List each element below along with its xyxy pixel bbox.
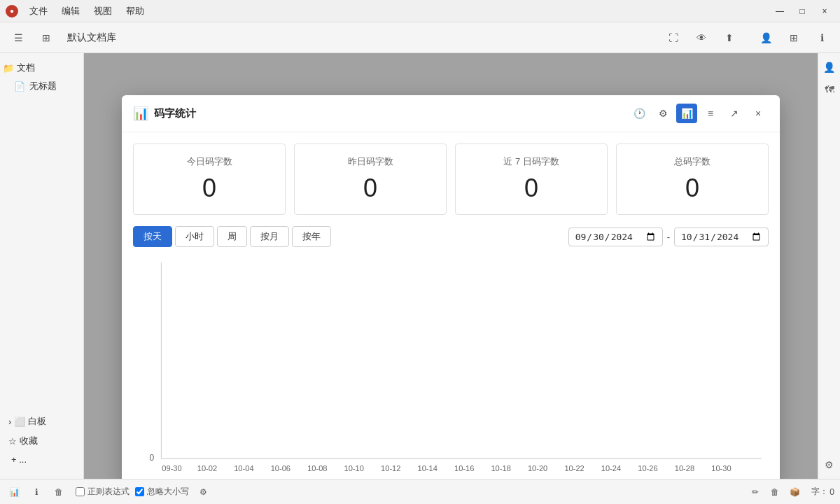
sidebar-item-documents[interactable]: 📁 文档 (0, 59, 83, 77)
svg-text:10-10: 10-10 (344, 464, 364, 472)
library-label: 默认文档库 (62, 31, 122, 44)
stat-value-today: 0 (145, 174, 274, 203)
menu-view[interactable]: 视图 (91, 4, 115, 19)
sidebar: 📁 文档 📄 无标题 › ⬜ 白板 ☆ 收藏 + ... (0, 53, 84, 479)
right-panel: 👤 🗺 ⚙ (818, 53, 840, 479)
account-button[interactable]: 👤 (753, 27, 778, 49)
word-count-value: 0 (830, 487, 834, 497)
date-end-input[interactable] (674, 227, 769, 246)
title-bar-left: ● 文件 编辑 视图 帮助 (6, 4, 147, 19)
dialog-table-button[interactable]: ≡ (700, 104, 721, 123)
bottom-archive-button[interactable]: 📦 (786, 484, 803, 500)
bottom-edit-button[interactable]: ✏ (747, 484, 764, 500)
filter-month-button[interactable]: 按月 (250, 226, 289, 247)
stats-icon: 📊 (133, 106, 148, 121)
dialog-body: 今日码字数 0 昨日码字数 0 近 7 日码字数 0 (122, 132, 780, 479)
dialog-share-button[interactable]: ↗ (724, 104, 745, 123)
svg-text:10-22: 10-22 (564, 464, 584, 472)
stat-value-7days: 0 (467, 174, 596, 203)
menu-help[interactable]: 帮助 (123, 4, 147, 19)
svg-text:10-08: 10-08 (307, 464, 327, 472)
ignore-case-label[interactable]: 忽略大小写 (147, 486, 189, 498)
app-window: ● 文件 编辑 视图 帮助 — □ × ☰ ⊞ 默认文档库 ⛶ 👁 ⬆ 👤 ⊞ … (0, 0, 840, 504)
right-panel-settings-button[interactable]: ⚙ (821, 456, 838, 473)
svg-text:10-12: 10-12 (381, 464, 400, 472)
bottom-settings-button[interactable]: ⚙ (195, 484, 211, 500)
grid-view-button[interactable]: ⊞ (34, 27, 59, 49)
delete-icon-button[interactable]: 🗑 (50, 484, 67, 500)
regex-checkbox[interactable] (76, 487, 85, 496)
close-button[interactable]: × (815, 4, 834, 19)
sidebar-toggle-button[interactable]: ☰ (6, 27, 31, 49)
app-icon: ● (6, 5, 18, 18)
upload-button[interactable]: ⬆ (717, 27, 742, 49)
stat-card-yesterday: 昨日码字数 0 (294, 144, 447, 215)
dialog-title: 📊 码字统计 (133, 106, 196, 121)
svg-text:10-16: 10-16 (454, 464, 474, 472)
minimize-button[interactable]: — (770, 4, 790, 19)
svg-text:10-18: 10-18 (491, 464, 510, 472)
filter-day-button[interactable]: 按天 (133, 226, 172, 247)
stat-card-7days: 近 7 日码字数 0 (455, 144, 608, 215)
dialog-clock-button[interactable]: 🕐 (629, 104, 650, 123)
stats-row: 今日码字数 0 昨日码字数 0 近 7 日码字数 0 (122, 132, 780, 226)
chevron-right-icon: › (8, 416, 11, 427)
svg-text:10-04: 10-04 (234, 464, 253, 472)
date-separator: - (667, 232, 670, 242)
svg-text:10-02: 10-02 (197, 464, 217, 472)
layout-button[interactable]: ⊞ (781, 27, 806, 49)
doc-icon: 📄 (14, 81, 25, 92)
ignore-case-checkbox[interactable] (135, 487, 144, 496)
right-panel-person-button[interactable]: 👤 (821, 59, 838, 76)
sidebar-item-favorites[interactable]: ☆ 收藏 (6, 432, 78, 450)
preview-button[interactable]: 👁 (689, 27, 714, 49)
dialog-chart-button[interactable]: 📊 (676, 104, 697, 123)
stat-value-total: 0 (628, 174, 757, 203)
stat-card-total: 总码字数 0 (616, 144, 769, 215)
stat-label-yesterday: 昨日码字数 (306, 155, 435, 168)
chart-area: 0 09-30 10-02 10-04 10-06 10-08 10-10 10… (122, 255, 780, 479)
fullscreen-button[interactable]: ⛶ (661, 27, 686, 49)
svg-text:10-06: 10-06 (271, 464, 290, 472)
stat-label-today: 今日码字数 (145, 155, 274, 168)
sidebar-item-whiteboard[interactable]: › ⬜ 白板 (6, 412, 78, 430)
svg-text:10-24: 10-24 (601, 464, 621, 472)
sidebar-item-add[interactable]: + ... (6, 451, 78, 468)
filter-week-button[interactable]: 周 (217, 226, 247, 247)
regex-label[interactable]: 正则表达式 (88, 486, 130, 498)
bottom-bar-left: 📊 ℹ 🗑 (6, 484, 67, 500)
bottom-trash-button[interactable]: 🗑 (766, 484, 783, 500)
filter-year-button[interactable]: 按年 (292, 226, 331, 247)
stat-label-7days: 近 7 日码字数 (467, 155, 596, 168)
documents-label: 文档 (17, 62, 35, 74)
right-panel-map-button[interactable]: 🗺 (821, 81, 838, 98)
whiteboard-label: 白板 (28, 415, 46, 428)
date-start-input[interactable] (568, 227, 663, 246)
window-controls: — □ × (770, 4, 834, 19)
svg-text:10-26: 10-26 (638, 464, 657, 472)
stat-label-total: 总码字数 (628, 155, 757, 168)
sidebar-item-untitled[interactable]: 📄 无标题 (0, 77, 83, 95)
sidebar-bottom: › ⬜ 白板 ☆ 收藏 + ... (0, 407, 83, 473)
regex-checkbox-wrap: 正则表达式 (76, 486, 130, 498)
menu-file[interactable]: 文件 (27, 4, 50, 19)
word-count-display: 字： 0 (811, 486, 834, 498)
dialog-settings-button[interactable]: ⚙ (652, 104, 673, 123)
dialog-close-button[interactable]: × (748, 104, 769, 123)
word-count-icon-button[interactable]: 📊 (6, 484, 22, 500)
svg-text:0: 0 (150, 453, 155, 463)
filter-hour-button[interactable]: 小时 (175, 226, 214, 247)
dialog-header: 📊 码字统计 🕐 ⚙ 📊 ≡ ↗ × (122, 95, 780, 132)
maximize-button[interactable]: □ (792, 4, 812, 19)
add-label: + ... (11, 454, 27, 465)
star-icon: ☆ (8, 436, 17, 447)
title-bar: ● 文件 编辑 视图 帮助 — □ × (0, 0, 840, 22)
toolbar: ☰ ⊞ 默认文档库 ⛶ 👁 ⬆ 👤 ⊞ ℹ (0, 22, 840, 53)
svg-text:10-30: 10-30 (711, 464, 731, 472)
modal-overlay: 📊 码字统计 🕐 ⚙ 📊 ≡ ↗ × (84, 53, 818, 479)
menu-edit[interactable]: 编辑 (59, 4, 83, 19)
info-button[interactable]: ℹ (809, 27, 834, 49)
info-icon-button[interactable]: ℹ (28, 484, 45, 500)
bottom-bar-right: 正则表达式 忽略大小写 ⚙ (76, 484, 211, 500)
untitled-label: 无标题 (29, 80, 57, 92)
